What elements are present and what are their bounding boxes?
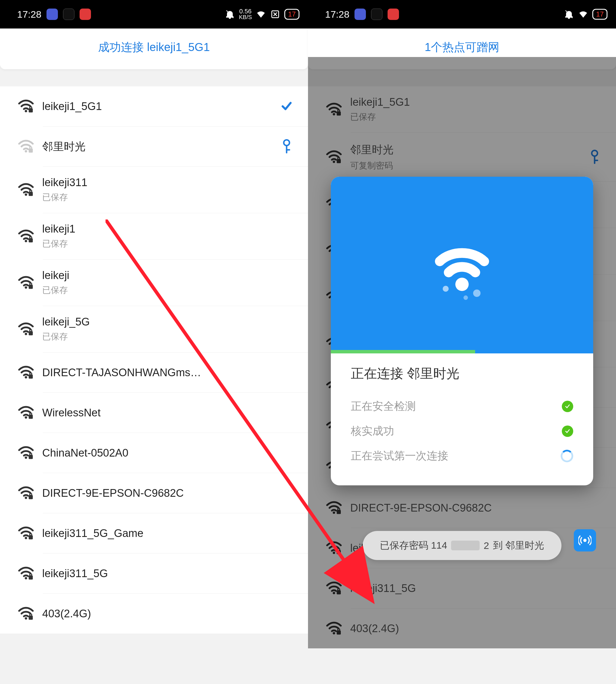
wifi-item[interactable]: leikeji 已保存 — [0, 260, 308, 306]
wifi-list[interactable]: leikeji1_5G1 邻里时光 leikeji311 已保存 — [0, 86, 308, 634]
wifi-name: ChinaNet-0502A0 — [42, 447, 277, 459]
wifi-item[interactable]: leikeji1_5G1 — [0, 86, 308, 126]
wifi-subtitle: 已保存 — [42, 191, 277, 203]
wifi-name: leikeji1 — [42, 223, 277, 235]
wifi-signal-icon — [13, 526, 39, 540]
wifi-signal-icon — [13, 276, 39, 290]
svg-point-28 — [25, 456, 27, 459]
svg-rect-36 — [30, 533, 32, 535]
svg-point-19 — [25, 333, 27, 335]
mute-bell-icon — [564, 9, 574, 19]
svg-point-37 — [25, 577, 27, 579]
wifi-name: 邻里时光 — [42, 139, 277, 154]
network-speed: 0.56 KB/S — [239, 8, 252, 20]
svg-point-10 — [25, 193, 27, 196]
dialog-step: 正在尝试第一次连接 — [351, 443, 573, 468]
wifi-signal-icon — [13, 406, 39, 419]
check-ok-icon — [562, 426, 573, 437]
connection-success-banner: 成功连接 leikeji1_5G1 — [0, 28, 308, 69]
password-saved-toast: 已保存密码 1142 到 邻里时光 — [363, 531, 562, 560]
svg-point-16 — [25, 286, 27, 289]
wifi-item[interactable]: 403(2.4G) — [0, 594, 308, 634]
app-chip-icon — [80, 8, 91, 20]
wifi-signal-icon — [13, 486, 39, 500]
wifi-item[interactable]: DIRECT-9E-EPSON-C9682C — [0, 473, 308, 513]
battery-indicator: 17 — [284, 9, 300, 20]
svg-point-4 — [25, 150, 27, 153]
wifi-signal-icon — [13, 322, 39, 336]
wifi-item[interactable]: leikeji311_5G_Game — [0, 513, 308, 553]
wifi-item[interactable]: WirelessNet — [0, 393, 308, 433]
wifi-name: leikeji311_5G_Game — [42, 527, 277, 540]
svg-rect-15 — [30, 236, 32, 238]
svg-point-7 — [284, 140, 289, 146]
broadcast-fab-button[interactable] — [574, 529, 596, 551]
svg-rect-12 — [30, 190, 32, 192]
svg-rect-18 — [30, 283, 32, 285]
svg-point-85 — [456, 278, 469, 291]
app-chip-icon — [354, 8, 366, 20]
svg-point-31 — [25, 497, 27, 499]
check-ok-icon — [562, 401, 573, 412]
dialog-hero — [331, 177, 593, 354]
wifi-item[interactable]: DIRECT-TAJASONHWANGms… — [0, 352, 308, 392]
wifi-item[interactable]: leikeji1 已保存 — [0, 213, 308, 259]
svg-rect-42 — [30, 614, 32, 616]
wifi-name: leikeji_5G — [42, 316, 277, 328]
wifi-subtitle: 已保存 — [42, 284, 277, 296]
wifi-name: leikeji311_5G — [42, 567, 277, 580]
dialog-progress-bar — [331, 350, 475, 354]
svg-point-40 — [25, 617, 27, 620]
status-time: 17:28 — [325, 9, 349, 20]
svg-point-89 — [583, 539, 587, 542]
app-chip-icon — [63, 8, 74, 20]
wifi-signal-icon — [13, 99, 39, 113]
wifi-signal-icon — [13, 366, 39, 379]
wifi-action-icon[interactable] — [277, 99, 296, 113]
svg-rect-24 — [30, 373, 32, 375]
battery-indicator: 17 — [592, 9, 608, 20]
status-bar: 17:28 17 — [308, 0, 616, 28]
no-sim-icon — [270, 9, 280, 19]
svg-point-34 — [25, 537, 27, 539]
dialog-step: 核实成功 — [351, 419, 573, 443]
wifi-item[interactable]: leikeji311 已保存 — [0, 167, 308, 213]
svg-point-86 — [443, 286, 448, 292]
svg-point-1 — [25, 110, 27, 112]
svg-point-87 — [473, 290, 481, 297]
wifi-item[interactable]: leikeji311_5G — [0, 553, 308, 593]
wifi-signal-icon — [13, 140, 39, 153]
wifi-signal-icon — [13, 183, 39, 197]
svg-point-13 — [25, 240, 27, 242]
wifi-signal-icon — [13, 229, 39, 243]
password-mask — [451, 541, 480, 550]
svg-rect-33 — [30, 493, 32, 495]
wifi-name: 403(2.4G) — [42, 608, 277, 620]
wifi-name: DIRECT-9E-EPSON-C9682C — [42, 487, 277, 499]
wifi-name: leikeji1_5G1 — [42, 100, 277, 113]
wifi-signal-icon — [13, 607, 39, 620]
status-time: 17:28 — [17, 9, 41, 20]
svg-rect-21 — [30, 329, 32, 332]
wifi-action-icon[interactable] — [277, 139, 296, 154]
app-chip-icon — [388, 8, 399, 20]
status-bar: 17:28 0.56 KB/S 17 — [0, 0, 308, 28]
wifi-status-icon — [256, 9, 266, 19]
mute-bell-icon — [225, 9, 235, 19]
svg-rect-27 — [30, 413, 32, 415]
connecting-dialog: 正在连接 邻里时光 正在安全检测 核实成功 — [331, 177, 593, 485]
app-chip-icon — [371, 8, 382, 20]
wifi-item[interactable]: ChinaNet-0502A0 — [0, 433, 308, 473]
wifi-item[interactable]: leikeji_5G 已保存 — [0, 306, 308, 352]
svg-rect-6 — [30, 147, 32, 149]
wifi-item[interactable]: 邻里时光 — [0, 127, 308, 166]
wifi-name: leikeji311 — [42, 177, 277, 189]
left-screenshot: 17:28 0.56 KB/S 17 成功连接 leikeji1_5G1 — [0, 0, 308, 684]
svg-point-25 — [25, 416, 27, 419]
app-chip-icon — [46, 8, 58, 20]
wifi-hero-icon — [425, 228, 499, 302]
loading-spinner-icon — [561, 450, 573, 462]
broadcast-icon — [578, 534, 592, 547]
svg-point-88 — [463, 296, 468, 300]
wifi-signal-icon — [13, 567, 39, 580]
